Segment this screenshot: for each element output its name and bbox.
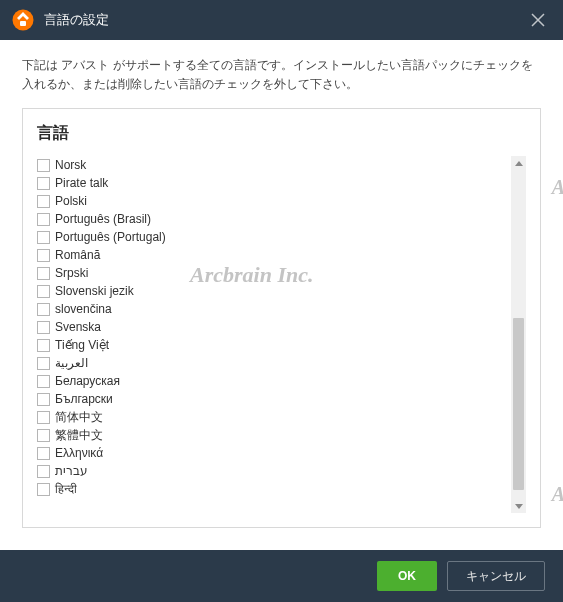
language-item[interactable]: Ελληνικά xyxy=(37,444,509,462)
language-checkbox[interactable] xyxy=(37,411,50,424)
language-label: Pirate talk xyxy=(55,176,108,190)
language-label: עברית xyxy=(55,464,88,478)
language-item[interactable]: Polski xyxy=(37,192,509,210)
language-item[interactable]: Pirate talk xyxy=(37,174,509,192)
close-icon xyxy=(531,13,545,27)
avast-logo-icon xyxy=(12,9,34,31)
language-item[interactable]: Português (Portugal) xyxy=(37,228,509,246)
footer: OK キャンセル xyxy=(0,550,563,602)
language-panel: 言語 NorskPirate talkPolskiPortuguês (Bras… xyxy=(22,108,541,528)
scroll-up-button[interactable] xyxy=(511,156,526,170)
language-item[interactable]: עברית xyxy=(37,462,509,480)
language-item[interactable]: slovenčina xyxy=(37,300,509,318)
scroll-down-button[interactable] xyxy=(511,499,526,513)
language-item[interactable]: Português (Brasil) xyxy=(37,210,509,228)
language-label: العربية xyxy=(55,356,88,370)
language-list: NorskPirate talkPolskiPortuguês (Brasil)… xyxy=(37,156,511,513)
language-label: 简体中文 xyxy=(55,409,103,426)
language-item[interactable]: 繁體中文 xyxy=(37,426,509,444)
language-checkbox[interactable] xyxy=(37,159,50,172)
scrollbar[interactable] xyxy=(511,156,526,513)
window-title: 言語の設定 xyxy=(44,11,513,29)
language-item[interactable]: Română xyxy=(37,246,509,264)
language-label: Svenska xyxy=(55,320,101,334)
language-label: Português (Brasil) xyxy=(55,212,151,226)
language-item[interactable]: العربية xyxy=(37,354,509,372)
watermark: A xyxy=(552,176,563,199)
language-item[interactable]: Беларуская xyxy=(37,372,509,390)
language-checkbox[interactable] xyxy=(37,357,50,370)
chevron-down-icon xyxy=(515,504,523,509)
ok-button[interactable]: OK xyxy=(377,561,437,591)
language-label: Polski xyxy=(55,194,87,208)
language-item[interactable]: Norsk xyxy=(37,156,509,174)
language-item[interactable]: Tiếng Việt xyxy=(37,336,509,354)
svg-rect-1 xyxy=(20,21,26,26)
language-checkbox[interactable] xyxy=(37,447,50,460)
language-label: Беларуская xyxy=(55,374,120,388)
language-item[interactable]: Srpski xyxy=(37,264,509,282)
panel-heading: 言語 xyxy=(37,123,526,144)
language-checkbox[interactable] xyxy=(37,285,50,298)
language-checkbox[interactable] xyxy=(37,429,50,442)
language-checkbox[interactable] xyxy=(37,231,50,244)
language-checkbox[interactable] xyxy=(37,249,50,262)
language-label: Srpski xyxy=(55,266,88,280)
chevron-up-icon xyxy=(515,161,523,166)
language-item[interactable]: Svenska xyxy=(37,318,509,336)
cancel-button[interactable]: キャンセル xyxy=(447,561,545,591)
scroll-track[interactable] xyxy=(511,170,526,499)
titlebar: 言語の設定 xyxy=(0,0,563,40)
language-label: Tiếng Việt xyxy=(55,338,109,352)
language-label: Português (Portugal) xyxy=(55,230,166,244)
scroll-thumb[interactable] xyxy=(513,318,524,489)
language-label: Slovenski jezik xyxy=(55,284,134,298)
language-label: Ελληνικά xyxy=(55,446,103,460)
language-checkbox[interactable] xyxy=(37,177,50,190)
description-text: 下記は アバスト がサポートする全ての言語です。インストールしたい言語パックにチ… xyxy=(0,40,563,108)
language-label: हिन्दी xyxy=(55,482,77,496)
language-checkbox[interactable] xyxy=(37,195,50,208)
language-item[interactable]: Български xyxy=(37,390,509,408)
close-button[interactable] xyxy=(513,0,563,40)
language-label: Română xyxy=(55,248,100,262)
language-checkbox[interactable] xyxy=(37,483,50,496)
language-item[interactable]: हिन्दी xyxy=(37,480,509,498)
language-label: Български xyxy=(55,392,113,406)
language-label: 繁體中文 xyxy=(55,427,103,444)
language-item[interactable]: 简体中文 xyxy=(37,408,509,426)
language-checkbox[interactable] xyxy=(37,321,50,334)
language-list-wrap: NorskPirate talkPolskiPortuguês (Brasil)… xyxy=(37,156,526,513)
language-checkbox[interactable] xyxy=(37,267,50,280)
language-label: Norsk xyxy=(55,158,86,172)
language-checkbox[interactable] xyxy=(37,465,50,478)
language-checkbox[interactable] xyxy=(37,339,50,352)
language-checkbox[interactable] xyxy=(37,393,50,406)
language-checkbox[interactable] xyxy=(37,213,50,226)
language-label: slovenčina xyxy=(55,302,112,316)
language-checkbox[interactable] xyxy=(37,303,50,316)
language-checkbox[interactable] xyxy=(37,375,50,388)
language-item[interactable]: Slovenski jezik xyxy=(37,282,509,300)
watermark: A xyxy=(552,483,563,506)
